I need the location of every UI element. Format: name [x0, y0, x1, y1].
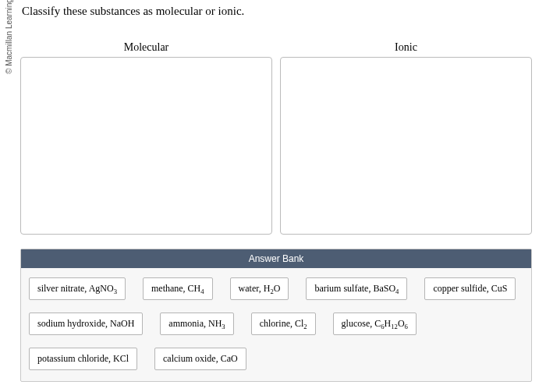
chip-barium-sulfate[interactable]: barium sulfate, BaSO4 — [306, 277, 407, 300]
category-ionic: Ionic — [280, 41, 532, 235]
dropzone-molecular[interactable] — [20, 57, 272, 235]
chip-silver-nitrate[interactable]: silver nitrate, AgNO3 — [29, 277, 126, 300]
question-prompt: Classify these substances as molecular o… — [22, 5, 546, 18]
answer-bank-body: silver nitrate, AgNO3methane, CH4water, … — [21, 268, 531, 381]
chip-potassium-chloride[interactable]: potassium chloride, KCl — [29, 348, 137, 370]
dropzone-ionic[interactable] — [280, 57, 532, 235]
chip-chlorine[interactable]: chlorine, Cl2 — [251, 313, 316, 335]
chip-methane[interactable]: methane, CH4 — [143, 277, 213, 300]
chip-calcium-oxide[interactable]: calcium oxide, CaO — [154, 348, 246, 370]
answer-bank: Answer Bank silver nitrate, AgNO3methane… — [20, 249, 532, 382]
main-content: Classify these substances as molecular o… — [20, 0, 546, 382]
copyright-text: © Macmillan Learning — [5, 0, 13, 74]
chip-glucose[interactable]: glucose, C6H12O6 — [333, 313, 417, 335]
category-label-molecular: Molecular — [124, 41, 169, 54]
category-molecular: Molecular — [20, 41, 272, 235]
category-label-ionic: Ionic — [395, 41, 417, 54]
answer-bank-header: Answer Bank — [21, 249, 531, 268]
chip-copper-sulfide[interactable]: copper sulfide, CuS — [424, 277, 516, 300]
chip-ammonia[interactable]: ammonia, NH3 — [160, 313, 233, 335]
chip-sodium-hydroxide[interactable]: sodium hydroxide, NaOH — [29, 313, 143, 335]
chip-water[interactable]: water, H2O — [230, 277, 289, 300]
category-row: Molecular Ionic — [20, 41, 532, 235]
